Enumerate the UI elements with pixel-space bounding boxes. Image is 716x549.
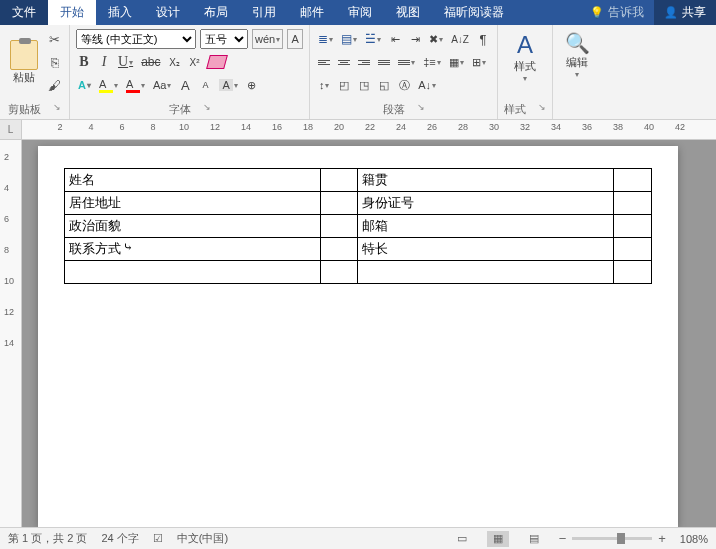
table-cell[interactable]: 身份证号	[358, 192, 614, 215]
table-cell[interactable]: 邮箱	[358, 215, 614, 238]
table-cell[interactable]	[320, 261, 358, 284]
numbering-button[interactable]: ▤	[339, 29, 359, 49]
table-row[interactable]	[65, 261, 652, 284]
table-cell[interactable]	[614, 215, 652, 238]
document-page[interactable]: 姓名籍贯居住地址身份证号政治面貌邮箱联系方式⤷特长	[38, 146, 678, 527]
font-color-button[interactable]: A	[124, 75, 147, 95]
tab-foxit[interactable]: 福昕阅读器	[432, 0, 516, 25]
table-cell[interactable]	[320, 192, 358, 215]
inc-indent-button[interactable]: ⇥	[407, 29, 423, 49]
shading-button[interactable]: ▦	[447, 52, 466, 72]
show-marks-button[interactable]: ¶	[475, 29, 491, 49]
table-cell[interactable]	[358, 261, 614, 284]
asian-layout-button[interactable]: Ⓐ	[396, 75, 412, 95]
print-layout-button[interactable]: ▦	[487, 531, 509, 547]
clipboard-launcher[interactable]: ↘	[53, 102, 61, 117]
table-cell[interactable]	[320, 238, 358, 261]
vertical-ruler[interactable]: 2468101214	[0, 140, 22, 527]
font-launcher[interactable]: ↘	[203, 102, 211, 117]
table-cell[interactable]	[614, 238, 652, 261]
table-cell[interactable]	[320, 169, 358, 192]
strike-button[interactable]: abc	[139, 52, 162, 72]
cell-align-tl[interactable]: ◰	[336, 75, 352, 95]
highlight-button[interactable]: A	[97, 75, 120, 95]
tab-layout[interactable]: 布局	[192, 0, 240, 25]
text-direction-button[interactable]: ✖	[427, 29, 445, 49]
zoom-slider[interactable]: − +	[559, 531, 666, 546]
subscript-button[interactable]: X₂	[166, 52, 182, 72]
zoom-in-button[interactable]: +	[658, 531, 666, 546]
borders-button[interactable]: ⊞	[470, 52, 488, 72]
font-name-select[interactable]: 等线 (中文正文)	[76, 29, 196, 49]
dec-indent-button[interactable]: ⇤	[387, 29, 403, 49]
tell-me[interactable]: 💡告诉我	[580, 0, 654, 25]
table-cell[interactable]	[65, 261, 321, 284]
tab-mailings[interactable]: 邮件	[288, 0, 336, 25]
change-case-button[interactable]: Aa	[151, 75, 173, 95]
table-cell[interactable]: 姓名	[65, 169, 321, 192]
cut-button[interactable]: ✂	[46, 29, 63, 49]
read-mode-button[interactable]: ▭	[451, 531, 473, 547]
styles-launcher[interactable]: ↘	[538, 102, 546, 117]
para-spacing-button[interactable]: ↕	[316, 75, 332, 95]
editing-button[interactable]: 🔍 编辑 ▾	[559, 29, 596, 81]
justify-button[interactable]	[376, 52, 392, 72]
tab-home[interactable]: 开始	[48, 0, 96, 25]
page-scroll-area[interactable]: 姓名籍贯居住地址身份证号政治面貌邮箱联系方式⤷特长	[22, 140, 716, 527]
table-cell[interactable]: 联系方式⤷	[65, 238, 321, 261]
horizontal-ruler[interactable]: 24681012141618202224262830323436384042	[22, 120, 716, 139]
web-layout-button[interactable]: ▤	[523, 531, 545, 547]
table-cell[interactable]	[614, 169, 652, 192]
shrink-font-button[interactable]: A	[197, 75, 213, 95]
table-cell[interactable]: 籍贯	[358, 169, 614, 192]
table-cell[interactable]: 居住地址	[65, 192, 321, 215]
paste-button[interactable]: 粘贴	[6, 38, 42, 87]
page-indicator[interactable]: 第 1 页，共 2 页	[8, 531, 87, 546]
tab-view[interactable]: 视图	[384, 0, 432, 25]
tab-selector[interactable]: L	[0, 120, 22, 139]
word-count[interactable]: 24 个字	[101, 531, 138, 546]
zoom-track[interactable]	[572, 537, 652, 540]
align-right-button[interactable]	[356, 52, 372, 72]
cell-align-bl[interactable]: ◱	[376, 75, 392, 95]
italic-button[interactable]: I	[96, 52, 112, 72]
table-cell[interactable]	[614, 261, 652, 284]
share-button[interactable]: 👤共享	[654, 0, 716, 25]
zoom-percent[interactable]: 108%	[680, 533, 708, 545]
styles-button[interactable]: A 样式 ▾	[504, 29, 546, 85]
para-sort-button[interactable]: A↓	[416, 75, 438, 95]
table-row[interactable]: 居住地址身份证号	[65, 192, 652, 215]
table-cell[interactable]: 特长	[358, 238, 614, 261]
underline-button[interactable]: U	[116, 52, 135, 72]
font-size-select[interactable]: 五号	[200, 29, 248, 49]
bullets-button[interactable]: ≣	[316, 29, 335, 49]
spellcheck-icon[interactable]: ☑	[153, 532, 163, 545]
format-painter-button[interactable]: 🖌	[46, 75, 63, 95]
align-center-button[interactable]	[336, 52, 352, 72]
table-row[interactable]: 姓名籍贯	[65, 169, 652, 192]
enclose-chars-button[interactable]: ⊕	[244, 75, 260, 95]
zoom-thumb[interactable]	[617, 533, 625, 544]
cell-align-tr[interactable]: ◳	[356, 75, 372, 95]
bold-button[interactable]: B	[76, 52, 92, 72]
char-border-button[interactable]: A	[287, 29, 303, 49]
tab-insert[interactable]: 插入	[96, 0, 144, 25]
superscript-button[interactable]: X²	[186, 52, 202, 72]
table-cell[interactable]: 政治面貌	[65, 215, 321, 238]
line-spacing-button[interactable]: ‡≡	[421, 52, 443, 72]
table-row[interactable]: 联系方式⤷特长	[65, 238, 652, 261]
eraser-button[interactable]	[206, 52, 228, 72]
copy-button[interactable]: ⎘	[46, 52, 63, 72]
char-shading-button[interactable]: A	[217, 75, 239, 95]
tab-references[interactable]: 引用	[240, 0, 288, 25]
table-cell[interactable]	[320, 215, 358, 238]
tab-design[interactable]: 设计	[144, 0, 192, 25]
multilevel-button[interactable]: ☱	[363, 29, 383, 49]
table-cell[interactable]	[614, 192, 652, 215]
phonetic-guide-button[interactable]: wén	[252, 29, 283, 49]
zoom-out-button[interactable]: −	[559, 531, 567, 546]
grow-font-button[interactable]: A	[177, 75, 193, 95]
language-indicator[interactable]: 中文(中国)	[177, 531, 228, 546]
text-effects-button[interactable]: A	[76, 75, 93, 95]
table-row[interactable]: 政治面貌邮箱	[65, 215, 652, 238]
